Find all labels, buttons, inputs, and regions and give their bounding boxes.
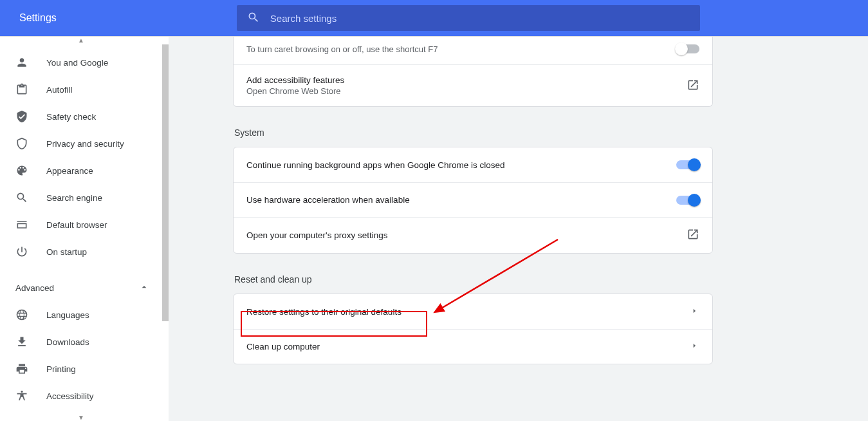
main-content: To turn caret browsing on or off, use th…	[169, 37, 868, 421]
sidebar: ▲ You and Google Autofill Safety check P…	[0, 37, 169, 421]
header-bar: Settings	[0, 0, 868, 36]
sidebar-item-appearance[interactable]: Appearance	[0, 158, 161, 183]
search-box[interactable]	[237, 5, 700, 31]
row-subtext: Open Chrome Web Store	[246, 86, 344, 96]
chevron-up-icon	[139, 282, 149, 294]
row-text: Clean up computer	[246, 342, 320, 351]
advanced-label: Advanced	[15, 283, 54, 293]
section-label-system: System	[234, 127, 713, 138]
system-card: Continue running background apps when Go…	[233, 147, 713, 254]
sidebar-advanced-list: Languages Downloads Printing Accessibili…	[0, 302, 169, 409]
sidebar-item-safety[interactable]: Safety check	[0, 104, 161, 129]
open-external-icon	[687, 79, 699, 93]
row-restore-defaults[interactable]: Restore settings to their original defau…	[234, 294, 712, 329]
header-title: Settings	[19, 12, 57, 24]
sidebar-item-default[interactable]: Default browser	[0, 212, 161, 238]
power-icon	[15, 245, 28, 258]
chevron-right-icon	[689, 306, 699, 318]
scroll-up-arrow[interactable]: ▲	[0, 37, 162, 44]
open-external-icon	[687, 228, 699, 243]
sidebar-item-startup[interactable]: On startup	[0, 239, 161, 265]
person-icon	[15, 56, 28, 69]
sidebar-item-privacy[interactable]: Privacy and security	[0, 131, 161, 156]
sidebar-item-label: Languages	[46, 310, 89, 320]
sidebar-item-label: Autofill	[46, 85, 73, 95]
sidebar-item-label: You and Google	[46, 58, 108, 68]
clipboard-icon	[15, 83, 28, 96]
palette-icon	[15, 164, 28, 177]
sidebar-item-label: Downloads	[46, 337, 89, 347]
shield-check-icon	[15, 110, 28, 123]
sidebar-item-label: Printing	[46, 364, 76, 374]
row-text: To turn caret browsing on or off, use th…	[246, 44, 438, 54]
sidebar-item-label: Default browser	[46, 220, 107, 230]
sidebar-item-downloads[interactable]: Downloads	[0, 329, 161, 355]
sidebar-category-advanced[interactable]: Advanced	[0, 275, 169, 301]
shield-icon	[15, 137, 28, 150]
sidebar-scrollbar[interactable]	[162, 44, 169, 413]
row-text: Restore settings to their original defau…	[246, 307, 402, 317]
sidebar-item-you-google[interactable]: You and Google	[0, 50, 161, 75]
row-text: Add accessibility features	[246, 75, 344, 85]
browser-icon	[15, 218, 28, 231]
row-proxy-settings[interactable]: Open your computer's proxy settings	[234, 217, 712, 253]
search-icon	[247, 11, 270, 26]
sidebar-item-label: Search engine	[46, 193, 102, 203]
search-input[interactable]	[270, 13, 690, 24]
toggle-hardware-accel[interactable]	[676, 196, 699, 205]
row-hardware-accel[interactable]: Use hardware acceleration when available	[234, 182, 712, 217]
row-text: Use hardware acceleration when available	[246, 195, 410, 205]
row-add-accessibility[interactable]: Add accessibility features Open Chrome W…	[234, 64, 712, 106]
sidebar-scrollbar-thumb[interactable]	[162, 44, 169, 321]
globe-icon	[15, 308, 28, 321]
sidebar-item-printing[interactable]: Printing	[0, 356, 161, 382]
sidebar-item-accessibility[interactable]: Accessibility	[0, 383, 161, 409]
scroll-down-arrow[interactable]: ▼	[0, 414, 162, 421]
accessibility-icon	[15, 389, 28, 402]
sidebar-item-search[interactable]: Search engine	[0, 185, 161, 210]
row-caret-browsing[interactable]: To turn caret browsing on or off, use th…	[234, 37, 712, 64]
sidebar-item-label: Appearance	[46, 166, 93, 176]
sidebar-item-languages[interactable]: Languages	[0, 302, 161, 328]
row-text: Continue running background apps when Go…	[246, 160, 505, 170]
search-icon	[15, 191, 28, 204]
sidebar-item-label: Accessibility	[46, 391, 94, 401]
sidebar-item-label: Safety check	[46, 112, 96, 122]
reset-card: Restore settings to their original defau…	[233, 294, 713, 364]
row-background-apps[interactable]: Continue running background apps when Go…	[234, 147, 712, 182]
section-label-reset: Reset and clean up	[234, 274, 713, 285]
sidebar-item-autofill[interactable]: Autofill	[0, 77, 161, 102]
toggle-caret-browsing[interactable]	[676, 44, 699, 53]
accessibility-card: To turn caret browsing on or off, use th…	[233, 37, 713, 107]
sidebar-item-label: Privacy and security	[46, 139, 124, 149]
chevron-right-icon	[689, 341, 699, 353]
sidebar-item-label: On startup	[46, 247, 87, 257]
download-icon	[15, 335, 28, 348]
row-clean-up[interactable]: Clean up computer	[234, 329, 712, 364]
toggle-background-apps[interactable]	[676, 160, 699, 169]
print-icon	[15, 362, 28, 375]
row-text: Open your computer's proxy settings	[246, 230, 387, 240]
